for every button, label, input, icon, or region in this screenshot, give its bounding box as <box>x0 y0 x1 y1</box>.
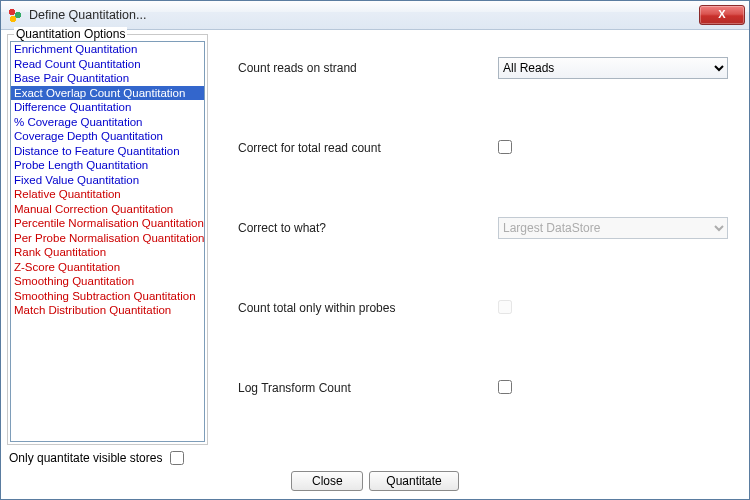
main-row: Quantitation Options Enrichment Quantita… <box>7 34 743 445</box>
button-row: Close Quantitate <box>7 467 743 493</box>
correct-to-select: Largest DataStore <box>498 217 728 239</box>
row-within-probes: Count total only within probes <box>238 294 731 322</box>
list-item[interactable]: Manual Correction Quantitation <box>11 202 204 217</box>
row-correct-total: Correct for total read count <box>238 134 731 162</box>
row-correct-to: Correct to what? Largest DataStore <box>238 214 731 242</box>
list-item[interactable]: Z-Score Quantitation <box>11 260 204 275</box>
options-form: Count reads on strand All Reads Correct … <box>208 34 743 445</box>
list-item[interactable]: Distance to Feature Quantitation <box>11 144 204 159</box>
list-item[interactable]: Fixed Value Quantitation <box>11 173 204 188</box>
quantitate-button[interactable]: Quantitate <box>369 471 458 491</box>
titlebar: Define Quantitation... X <box>1 1 749 30</box>
list-item[interactable]: Difference Quantitation <box>11 100 204 115</box>
row-strand: Count reads on strand All Reads <box>238 54 731 82</box>
list-item[interactable]: % Coverage Quantitation <box>11 115 204 130</box>
app-icon <box>7 7 23 23</box>
row-log-transform: Log Transform Count <box>238 374 731 402</box>
label-correct-to: Correct to what? <box>238 221 498 235</box>
only-visible-checkbox[interactable] <box>170 451 184 465</box>
label-within-probes: Count total only within probes <box>238 301 498 315</box>
correct-total-checkbox[interactable] <box>498 140 512 154</box>
define-quantitation-window: Define Quantitation... X Quantitation Op… <box>0 0 750 500</box>
list-item[interactable]: Per Probe Normalisation Quantitation <box>11 231 204 246</box>
client-area: Quantitation Options Enrichment Quantita… <box>1 30 749 499</box>
only-visible-label: Only quantitate visible stores <box>9 451 162 465</box>
window-title: Define Quantitation... <box>29 8 699 22</box>
list-item[interactable]: Percentile Normalisation Quantitation <box>11 216 204 231</box>
label-correct-total: Correct for total read count <box>238 141 498 155</box>
list-item[interactable]: Read Count Quantitation <box>11 57 204 72</box>
close-button[interactable]: Close <box>291 471 363 491</box>
list-item[interactable]: Rank Quantitation <box>11 245 204 260</box>
list-item[interactable]: Base Pair Quantitation <box>11 71 204 86</box>
only-visible-row: Only quantitate visible stores <box>7 445 743 467</box>
list-item[interactable]: Enrichment Quantitation <box>11 42 204 57</box>
label-strand: Count reads on strand <box>238 61 498 75</box>
strand-select[interactable]: All Reads <box>498 57 728 79</box>
within-probes-checkbox <box>498 300 512 314</box>
log-transform-checkbox[interactable] <box>498 380 512 394</box>
list-item[interactable]: Smoothing Subtraction Quantitation <box>11 289 204 304</box>
quantitation-options-list[interactable]: Enrichment QuantitationRead Count Quanti… <box>10 41 205 442</box>
list-item[interactable]: Coverage Depth Quantitation <box>11 129 204 144</box>
label-log-transform: Log Transform Count <box>238 381 498 395</box>
close-icon[interactable]: X <box>699 5 745 25</box>
quantitation-options-legend: Quantitation Options <box>14 27 127 41</box>
list-item[interactable]: Probe Length Quantitation <box>11 158 204 173</box>
quantitation-options-group: Quantitation Options Enrichment Quantita… <box>7 34 208 445</box>
list-item[interactable]: Exact Overlap Count Quantitation <box>11 86 204 101</box>
list-item[interactable]: Smoothing Quantitation <box>11 274 204 289</box>
list-item[interactable]: Match Distribution Quantitation <box>11 303 204 318</box>
list-item[interactable]: Relative Quantitation <box>11 187 204 202</box>
